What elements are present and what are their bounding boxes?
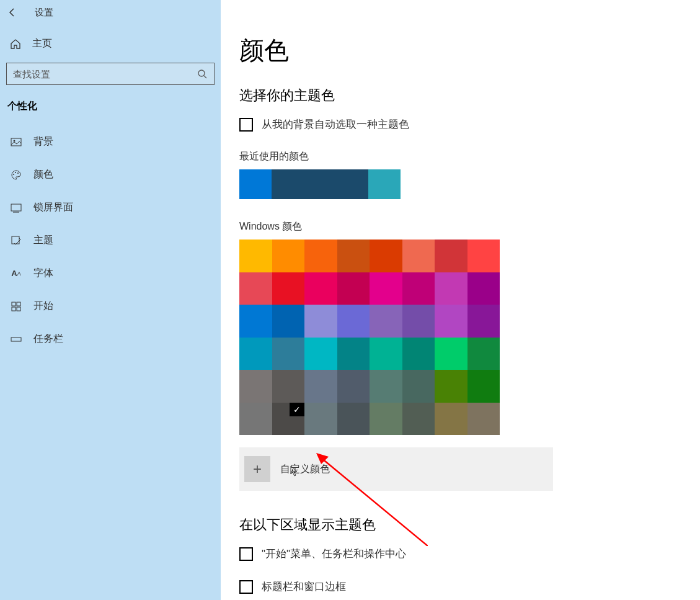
sidebar-item-colors[interactable]: 颜色	[0, 158, 221, 191]
color-swatch[interactable]	[272, 370, 305, 403]
sidebar-item-fonts[interactable]: AA 字体	[0, 257, 221, 290]
start-icon	[10, 300, 22, 313]
sidebar-item-taskbar[interactable]: 任务栏	[0, 323, 221, 356]
color-swatch[interactable]	[337, 403, 370, 436]
sidebar-item-label: 开始	[33, 300, 53, 313]
sidebar-item-lockscreen[interactable]: 锁屏界面	[0, 191, 221, 224]
show-start-checkbox-row[interactable]: "开始"菜单、任务栏和操作中心	[239, 547, 700, 561]
color-swatch[interactable]	[402, 240, 435, 272]
color-swatch[interactable]	[402, 338, 435, 370]
plus-icon: +	[244, 456, 270, 482]
color-swatch[interactable]: ✓	[272, 403, 305, 436]
color-swatch[interactable]	[402, 370, 435, 403]
color-swatch[interactable]	[239, 403, 272, 436]
search-input-container[interactable]	[6, 63, 215, 85]
color-swatch[interactable]	[435, 370, 467, 403]
svg-point-0	[198, 70, 205, 76]
color-swatch[interactable]	[435, 305, 467, 338]
color-swatch[interactable]	[467, 305, 500, 338]
page-title: 颜色	[239, 34, 700, 68]
font-icon: AA	[10, 267, 22, 280]
color-swatch[interactable]	[239, 305, 272, 338]
color-swatch[interactable]	[239, 240, 272, 272]
back-button[interactable]	[5, 5, 20, 20]
home-link[interactable]: 主页	[0, 25, 221, 63]
picture-icon	[10, 136, 22, 148]
checkbox-icon	[239, 118, 253, 132]
color-swatch[interactable]	[272, 305, 305, 338]
color-swatch[interactable]	[402, 403, 435, 436]
sidebar-item-themes[interactable]: 主题	[0, 224, 221, 257]
color-swatch[interactable]	[272, 338, 305, 370]
svg-rect-11	[17, 302, 20, 306]
color-swatch[interactable]	[304, 338, 337, 370]
sidebar-item-label: 锁屏界面	[33, 201, 73, 214]
custom-color-label: 自定义颜色	[280, 463, 330, 476]
color-swatch[interactable]	[272, 240, 305, 272]
recent-color-swatch[interactable]	[239, 169, 272, 199]
color-swatch[interactable]	[402, 272, 435, 305]
app-title: 设置	[35, 7, 53, 19]
sidebar-item-label: 主题	[33, 234, 53, 247]
color-swatch[interactable]	[239, 370, 272, 403]
color-swatch[interactable]	[435, 272, 467, 305]
color-swatch[interactable]	[467, 272, 500, 305]
recent-colors-label: 最近使用的颜色	[239, 150, 700, 163]
color-swatch[interactable]	[337, 305, 370, 338]
color-swatch[interactable]	[304, 272, 337, 305]
color-swatch[interactable]	[304, 403, 337, 436]
color-swatch[interactable]	[370, 338, 402, 370]
sidebar-item-label: 任务栏	[33, 333, 63, 346]
recent-color-swatch[interactable]	[368, 169, 401, 199]
color-swatch[interactable]	[304, 240, 337, 272]
color-swatch[interactable]	[370, 305, 402, 338]
show-start-label: "开始"菜单、任务栏和操作中心	[262, 547, 406, 561]
color-swatch[interactable]	[337, 240, 370, 272]
svg-rect-10	[12, 302, 16, 306]
color-swatch[interactable]	[239, 338, 272, 370]
color-swatch[interactable]	[467, 240, 500, 272]
windows-colors-label: Windows 颜色	[239, 220, 700, 233]
color-swatch[interactable]	[467, 403, 500, 436]
color-swatch[interactable]	[402, 305, 435, 338]
color-swatch[interactable]	[467, 338, 500, 370]
color-swatch[interactable]	[272, 272, 305, 305]
color-swatch[interactable]	[435, 240, 467, 272]
show-title-checkbox-row[interactable]: 标题栏和窗口边框	[239, 580, 700, 594]
color-swatch[interactable]	[370, 240, 402, 272]
home-icon	[10, 38, 21, 50]
recent-color-swatch[interactable]	[336, 169, 368, 199]
auto-pick-checkbox-row[interactable]: 从我的背景自动选取一种主题色	[239, 117, 700, 132]
category-title: 个性化	[0, 100, 221, 125]
show-title-label: 标题栏和窗口边框	[262, 580, 346, 594]
search-input[interactable]	[13, 69, 197, 79]
recent-color-swatch[interactable]	[304, 169, 336, 199]
svg-rect-9	[12, 236, 19, 244]
accent-heading: 选择你的主题色	[239, 86, 700, 105]
sidebar-item-start[interactable]: 开始	[0, 290, 221, 323]
color-swatch[interactable]	[435, 403, 467, 436]
color-swatch[interactable]	[337, 272, 370, 305]
color-grid: ✓	[239, 240, 500, 435]
color-swatch[interactable]	[337, 338, 370, 370]
color-swatch[interactable]	[370, 403, 402, 436]
svg-rect-12	[12, 307, 16, 311]
show-accent-heading: 在以下区域显示主题色	[239, 516, 700, 534]
custom-color-button[interactable]: + 自定义颜色	[239, 447, 553, 491]
color-swatch[interactable]	[239, 272, 272, 305]
color-swatch[interactable]	[337, 370, 370, 403]
color-swatch[interactable]	[304, 305, 337, 338]
home-label: 主页	[32, 37, 52, 50]
auto-pick-label: 从我的背景自动选取一种主题色	[262, 117, 409, 132]
svg-point-6	[17, 172, 19, 174]
color-swatch[interactable]	[435, 338, 467, 370]
lockscreen-icon	[10, 202, 22, 214]
themes-icon	[10, 235, 22, 247]
recent-color-swatch[interactable]	[272, 169, 304, 199]
color-swatch[interactable]	[370, 370, 402, 403]
color-swatch[interactable]	[467, 370, 500, 403]
svg-point-5	[15, 172, 16, 173]
color-swatch[interactable]	[304, 370, 337, 403]
color-swatch[interactable]	[370, 272, 402, 305]
sidebar-item-background[interactable]: 背景	[0, 125, 221, 158]
